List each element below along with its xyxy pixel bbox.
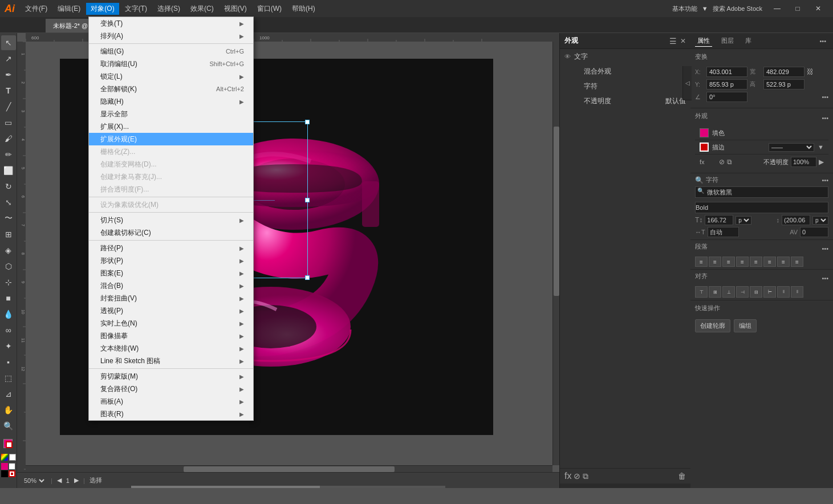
- menu-text[interactable]: 文字(T): [120, 3, 152, 15]
- menu-item-text-wrap[interactable]: 文本绕排(W) ▶: [89, 342, 253, 355]
- h-scroll-thumb[interactable]: [184, 466, 395, 472]
- menu-item-perspective[interactable]: 透视(P) ▶: [89, 304, 253, 317]
- height-input[interactable]: [763, 79, 804, 90]
- rotate-tool[interactable]: ↻: [1, 179, 16, 194]
- menu-item-path[interactable]: 路径(P) ▶: [89, 242, 253, 254]
- menu-item-hide[interactable]: 隐藏(H) ▶: [89, 95, 253, 108]
- menu-item-expand-appearance[interactable]: 扩展外观(E): [89, 133, 253, 145]
- menu-item-transform[interactable]: 变换(T) ▶: [89, 17, 253, 30]
- line-tool[interactable]: ╱: [1, 99, 16, 114]
- opacity-expand-btn[interactable]: ▶: [819, 158, 824, 166]
- nav-prev[interactable]: ◀: [57, 477, 62, 484]
- shape-builder-tool[interactable]: ◈: [1, 243, 16, 258]
- menu-item-create-trim[interactable]: 创建裁切标记(C): [89, 226, 253, 239]
- stroke-color-indicator[interactable]: [700, 143, 709, 152]
- align-right-btn[interactable]: ≡: [722, 257, 735, 267]
- panel-close-icon[interactable]: ✕: [680, 37, 686, 45]
- menu-item-unlock-all[interactable]: 全部解锁(K) Alt+Ctrl+2: [89, 83, 253, 95]
- menu-item-lock[interactable]: 锁定(L) ▶: [89, 70, 253, 83]
- perspective-tool[interactable]: ⬡: [1, 259, 16, 274]
- zoom-control[interactable]: 50%: [22, 477, 46, 485]
- menu-item-line-sketch[interactable]: Line 和 Sketch 图稿 ▶: [89, 355, 253, 367]
- free-transform-tool[interactable]: ⊞: [1, 227, 16, 242]
- menu-item-live-paint[interactable]: 实时上色(N) ▶: [89, 317, 253, 330]
- menu-item-arrange[interactable]: 排列(A) ▶: [89, 30, 253, 42]
- menu-item-image-trace[interactable]: 图像描摹 ▶: [89, 330, 253, 342]
- more-transform-icon[interactable]: •••: [822, 94, 828, 100]
- selection-tool[interactable]: ↖: [1, 35, 16, 50]
- minimize-button[interactable]: —: [767, 0, 787, 17]
- red-swatch[interactable]: [9, 470, 15, 477]
- menu-item-clipping-mask[interactable]: 剪切蒙版(M) ▶: [89, 370, 253, 383]
- font-search-input[interactable]: [695, 186, 828, 198]
- char-more-icon[interactable]: •••: [822, 177, 828, 184]
- add-effect-icon[interactable]: fx: [564, 471, 571, 481]
- clear-appearance-icon[interactable]: ⊘: [574, 472, 580, 481]
- menu-item-shape[interactable]: 形状(P) ▶: [89, 254, 253, 267]
- nav-next[interactable]: ▶: [74, 477, 79, 484]
- tab-properties[interactable]: 属性: [695, 35, 712, 47]
- symbol-sprayer-tool[interactable]: ✦: [1, 339, 16, 353]
- angle-input[interactable]: [706, 92, 747, 102]
- align-vert-top-btn[interactable]: ⊤: [695, 286, 708, 298]
- eraser-tool[interactable]: ⬜: [1, 163, 16, 178]
- menu-item-pattern[interactable]: 图案(E) ▶: [89, 267, 253, 279]
- pencil-tool[interactable]: ✏: [1, 147, 16, 162]
- doc-scroll-indicator[interactable]: [131, 486, 445, 488]
- menu-item-group[interactable]: 编组(G) Ctrl+G: [89, 45, 253, 58]
- stroke-color-swatch[interactable]: [6, 441, 13, 448]
- gradient-tool[interactable]: ■: [1, 291, 16, 306]
- paintbrush-tool[interactable]: 🖌: [1, 131, 16, 146]
- align-vert-center-btn[interactable]: ⊞: [709, 286, 721, 298]
- v-scroll-thumb[interactable]: [554, 127, 559, 296]
- close-button[interactable]: ✕: [808, 0, 828, 17]
- panel-options-icon[interactable]: •••: [817, 36, 828, 46]
- leading-input[interactable]: [782, 215, 810, 225]
- scale-tool[interactable]: ⤡: [1, 195, 16, 210]
- pen-tool[interactable]: ✒: [1, 67, 16, 82]
- duplicate-opacity-icon[interactable]: ⧉: [727, 158, 732, 166]
- zoom-select[interactable]: 50%: [22, 477, 46, 485]
- blend-tool[interactable]: ∞: [1, 323, 16, 338]
- tab-library[interactable]: 库: [743, 35, 754, 46]
- justify-all-btn[interactable]: ≡: [777, 257, 790, 267]
- menu-object[interactable]: 对象(O): [86, 3, 119, 15]
- link-icon[interactable]: ⛓: [807, 68, 814, 76]
- justify-right-btn[interactable]: ≡: [763, 257, 776, 267]
- align-left-btn[interactable]: ≡: [695, 257, 708, 267]
- menu-item-blend[interactable]: 混合(B) ▶: [89, 279, 253, 292]
- create-outline-button[interactable]: 创建轮廓: [695, 319, 730, 332]
- zoom-tool[interactable]: 🔍: [1, 418, 16, 433]
- doc-scroll-thumb[interactable]: [131, 486, 320, 488]
- visibility-eye[interactable]: 👁: [564, 53, 571, 60]
- color-mode-icon[interactable]: [1, 454, 8, 461]
- search-char-icon[interactable]: 🔍: [695, 176, 704, 184]
- warp-tool[interactable]: 〜: [1, 211, 16, 226]
- stroke-style-select[interactable]: ——: [769, 143, 814, 152]
- menu-select[interactable]: 选择(S): [153, 3, 185, 15]
- remove-opacity-icon[interactable]: ⊘: [719, 158, 725, 166]
- leading-unit-select[interactable]: pt: [812, 216, 828, 225]
- menu-item-ungroup[interactable]: 取消编组(U) Shift+Ctrl+G: [89, 58, 253, 70]
- column-graph-tool[interactable]: ▪: [1, 355, 16, 369]
- fx-label[interactable]: fx: [700, 158, 717, 165]
- slice-tool[interactable]: ⊿: [1, 387, 16, 401]
- menu-item-envelope-distort[interactable]: 封套扭曲(V) ▶: [89, 292, 253, 304]
- align-horiz-left-btn[interactable]: ⊣: [736, 286, 749, 298]
- font-size-unit-select[interactable]: pt: [736, 216, 751, 225]
- hand-tool[interactable]: ✋: [1, 403, 16, 417]
- font-size-input[interactable]: [705, 215, 733, 225]
- menu-view[interactable]: 视图(V): [220, 3, 251, 15]
- align-center-btn[interactable]: ≡: [709, 257, 721, 267]
- fill-color-indicator[interactable]: [700, 128, 709, 137]
- v-scrollbar[interactable]: [552, 42, 559, 465]
- eyedropper-tool[interactable]: 💧: [1, 307, 16, 322]
- align-horiz-center-btn[interactable]: ⊟: [750, 286, 762, 298]
- menu-item-slice[interactable]: 切片(S) ▶: [89, 214, 253, 226]
- dist-horiz-btn[interactable]: ⦀: [791, 286, 803, 298]
- menu-edit[interactable]: 编辑(E): [53, 3, 85, 15]
- y-input[interactable]: [706, 79, 747, 90]
- white-swatch[interactable]: [9, 463, 15, 470]
- h-scrollbar[interactable]: [26, 465, 552, 472]
- menu-item-artboard[interactable]: 画板(A) ▶: [89, 395, 253, 408]
